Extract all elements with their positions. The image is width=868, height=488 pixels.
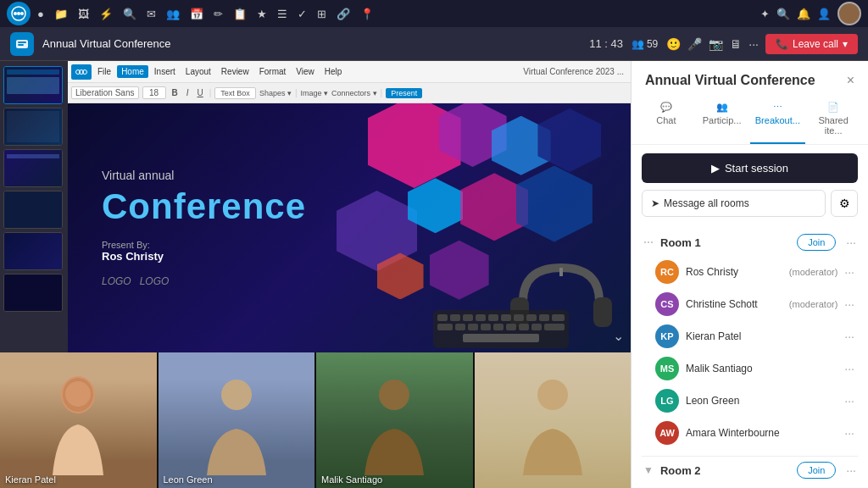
mic-btn[interactable]: 🎤 xyxy=(687,37,702,51)
location-icon[interactable]: 📍 xyxy=(360,8,374,20)
star-icon[interactable]: ★ xyxy=(257,8,267,20)
participant-ros-more[interactable]: ··· xyxy=(844,265,854,279)
people-icon[interactable]: 👥 xyxy=(166,8,180,20)
avatar[interactable] xyxy=(837,2,861,25)
user-icon[interactable]: 👤 xyxy=(817,8,831,20)
font-name[interactable]: Liberation Sans xyxy=(71,86,139,99)
svg-rect-28 xyxy=(506,324,516,330)
leave-call-button[interactable]: 📞 Leave call ▾ xyxy=(765,34,858,54)
person-silhouette-4 xyxy=(519,365,587,475)
menu-file[interactable]: File xyxy=(93,65,115,78)
slide-thumb-6[interactable] xyxy=(3,274,63,312)
participant-christine-more[interactable]: ··· xyxy=(844,297,854,311)
connectors-btn[interactable]: Connectors ▾ xyxy=(331,89,377,97)
slide-thumb-3[interactable] xyxy=(3,149,63,187)
svg-point-35 xyxy=(65,381,91,407)
italic-btn[interactable]: I xyxy=(184,87,192,98)
svg-rect-24 xyxy=(455,324,465,330)
breakout-tab-icon: ⋯ xyxy=(773,102,782,113)
mail-icon[interactable]: ✉ xyxy=(147,8,156,20)
room-1-more-icon[interactable]: ··· xyxy=(846,236,856,249)
slide-thumb-1[interactable] xyxy=(3,66,63,104)
avatar-leon-green: LG xyxy=(655,389,679,413)
calendar-icon[interactable]: 📅 xyxy=(190,8,203,20)
participant-count: 👥 59 xyxy=(632,38,658,50)
menu-insert[interactable]: Insert xyxy=(150,65,180,78)
svg-point-38 xyxy=(537,380,568,410)
image-icon[interactable]: 🖼 xyxy=(78,8,89,20)
bold-btn[interactable]: B xyxy=(170,87,181,98)
person-silhouette-3 xyxy=(360,365,428,475)
grid-icon[interactable]: ⊞ xyxy=(317,8,326,20)
message-all-button[interactable]: ➤ Message all rooms xyxy=(642,190,826,217)
svg-rect-13 xyxy=(437,314,448,321)
avatar-malik-santiago: MS xyxy=(655,357,679,380)
check-icon[interactable]: ✓ xyxy=(298,8,307,20)
room-1-join-button[interactable]: Join xyxy=(797,234,836,251)
link-icon[interactable]: 🔗 xyxy=(337,8,350,20)
participant-ros-christy: RC Ros Christy (moderator) ··· xyxy=(642,256,858,288)
play-icon: ▶ xyxy=(711,162,720,175)
lightning-icon[interactable]: ⚡ xyxy=(99,8,113,20)
screen-btn[interactable]: 🖥 xyxy=(730,37,742,51)
close-icon[interactable]: × xyxy=(847,73,854,88)
menu-home[interactable]: Home xyxy=(117,65,148,78)
present-btn[interactable]: Present xyxy=(386,88,422,98)
svg-rect-23 xyxy=(437,324,453,330)
menu-layout[interactable]: Layout xyxy=(181,65,215,78)
menu-format[interactable]: Format xyxy=(255,65,291,78)
slide-thumb-4[interactable] xyxy=(3,191,63,229)
svg-rect-25 xyxy=(468,324,478,330)
shapes-btn[interactable]: Shapes ▾ xyxy=(259,89,292,97)
svg-rect-16 xyxy=(476,314,486,321)
svg-point-2 xyxy=(17,12,20,15)
list-icon[interactable]: ☰ xyxy=(277,8,287,20)
settings-button[interactable]: ⚙ xyxy=(831,190,858,217)
start-session-button[interactable]: ▶ Start session xyxy=(642,153,858,183)
more-btn[interactable]: ··· xyxy=(748,37,759,51)
tab-participants[interactable]: 👥 Particip... xyxy=(694,95,750,144)
presentation-area: File Home Insert Layout Review Format Vi… xyxy=(0,61,631,352)
svg-rect-14 xyxy=(450,314,460,321)
svg-point-36 xyxy=(221,380,252,410)
tab-chat[interactable]: 💬 Chat xyxy=(638,95,694,144)
hex-shape-8 xyxy=(516,166,593,242)
clipboard-icon[interactable]: 📋 xyxy=(233,8,247,20)
image-btn[interactable]: Image ▾ xyxy=(301,89,329,97)
room-2-more-icon[interactable]: ··· xyxy=(846,463,856,477)
panel-title: Annual Virtual Conference xyxy=(645,73,847,88)
font-size[interactable]: 18 xyxy=(142,86,166,99)
room-1-name: Room 1 xyxy=(660,236,790,249)
menu-help[interactable]: Help xyxy=(320,65,347,78)
phone-icon: 📞 xyxy=(776,38,788,50)
participant-role-christine: (moderator) xyxy=(789,299,837,309)
textbox-btn[interactable]: Text Box xyxy=(214,87,256,99)
svg-rect-30 xyxy=(531,324,542,330)
menu-view[interactable]: View xyxy=(292,65,319,78)
video-tile-2: Leon Green xyxy=(159,352,315,488)
participant-amara-more[interactable]: ··· xyxy=(844,426,854,440)
sparkle-icon[interactable]: ✦ xyxy=(760,8,770,20)
expand-icon[interactable]: ⌄ xyxy=(613,328,624,344)
pencil-icon[interactable]: ✏ xyxy=(214,8,223,20)
slide-thumb-2[interactable] xyxy=(3,108,63,146)
camera-btn[interactable]: 📷 xyxy=(709,37,723,51)
search2-icon[interactable]: 🔍 xyxy=(776,8,790,20)
svg-point-1 xyxy=(14,12,17,15)
folder-icon[interactable]: 📁 xyxy=(54,8,68,20)
room-2-chevron-icon[interactable]: ▼ xyxy=(643,464,654,476)
participant-malik-more[interactable]: ··· xyxy=(844,362,854,375)
bell-icon[interactable]: 🔔 xyxy=(797,8,810,20)
slide-thumb-5[interactable] xyxy=(3,232,63,270)
avatar-christine-schott: CS xyxy=(655,292,679,316)
room-2-join-button[interactable]: Join xyxy=(797,462,836,479)
tab-breakout[interactable]: ⋯ Breakout... xyxy=(750,95,806,144)
menu-review[interactable]: Review xyxy=(217,65,253,78)
participant-kieran-more[interactable]: ··· xyxy=(844,330,854,343)
search-icon[interactable]: 🔍 xyxy=(123,8,136,20)
underline-btn[interactable]: U xyxy=(195,87,206,98)
participant-leon-more[interactable]: ··· xyxy=(844,394,854,408)
circle-icon[interactable]: ● xyxy=(37,8,44,20)
emoji-btn[interactable]: 🙂 xyxy=(666,37,681,51)
tab-shared[interactable]: 📄 Shared ite... xyxy=(805,95,861,144)
